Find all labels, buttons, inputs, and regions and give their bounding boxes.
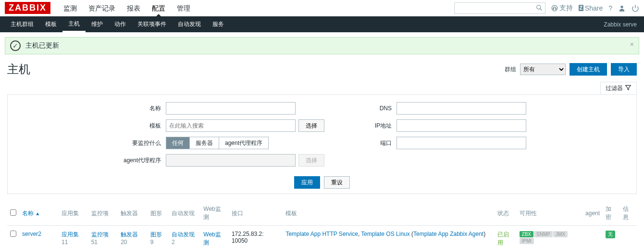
top-nav-item[interactable]: 管理 <box>171 0 196 16</box>
filter-actions: 应用 重设 <box>8 176 636 189</box>
group-select[interactable]: 所有 <box>520 64 566 75</box>
share-label: Share <box>585 4 603 12</box>
filter-icon <box>625 84 632 92</box>
share-link[interactable]: Z Share <box>579 4 603 12</box>
agent-select-button[interactable]: 选择 <box>298 154 324 167</box>
col-items: 监控项 <box>88 201 118 226</box>
message-text: 主机已更新 <box>25 41 59 50</box>
col-agent: agent <box>582 201 603 226</box>
col-apps: 应用集 <box>59 201 88 226</box>
sub-nav-item[interactable]: 动作 <box>109 16 132 32</box>
col-encryption: 加密 <box>603 201 620 226</box>
filter-col-left: 名称 模板 选择 要监控什么 任何服务器agent代理程序 agent代理程序 … <box>118 102 324 171</box>
close-icon[interactable]: × <box>630 40 634 48</box>
filter-panel: 名称 模板 选择 要监控什么 任何服务器agent代理程序 agent代理程序 … <box>7 94 637 194</box>
col-triggers: 触发器 <box>118 201 148 226</box>
cell-link[interactable]: 图形 <box>150 231 162 238</box>
top-nav-item[interactable]: 报表 <box>121 0 146 16</box>
template-label: 模板 <box>118 122 166 130</box>
server-name: Zabbix serve <box>604 21 639 28</box>
cell-link[interactable]: 应用集 <box>62 231 79 238</box>
header-right: 支持 Z Share ? <box>454 2 639 14</box>
top-nav-item[interactable]: 监测 <box>58 0 83 16</box>
filter-tab-row: 过滤器 <box>0 82 644 94</box>
search-wrap <box>454 2 545 14</box>
col-graphs: 图形 <box>148 201 169 226</box>
col-status: 状态 <box>495 201 517 226</box>
power-icon[interactable] <box>632 4 639 12</box>
top-header: ZABBIX 监测资产记录报表配置管理 支持 Z Share ? <box>0 0 644 16</box>
dns-label: DNS <box>348 105 396 112</box>
port-input[interactable] <box>396 137 526 149</box>
help-icon[interactable]: ? <box>608 4 612 12</box>
row-checkbox[interactable] <box>10 231 16 237</box>
filter-col-right: DNS IP地址 端口 <box>348 102 526 171</box>
cell-count: 51 <box>91 239 98 246</box>
cell-link[interactable]: 触发器 <box>121 231 138 238</box>
name-label: 名称 <box>118 104 166 113</box>
cell-count: 11 <box>62 239 68 246</box>
cell-count: 2 <box>172 239 175 246</box>
template-select-button[interactable]: 选择 <box>298 119 324 132</box>
sub-nav-item[interactable]: 关联项事件 <box>132 16 172 32</box>
sub-nav-items: 主机群组模板主机维护动作关联项事件自动发现服务 <box>5 16 230 32</box>
table-row: server2应用集 11监控项 51触发器 20图形 9自动发现 2Web监测… <box>7 226 637 246</box>
sub-nav-item[interactable]: 维护 <box>86 16 109 32</box>
templates-cell: Template App HTTP Service, Template OS L… <box>283 226 494 246</box>
sub-nav-item[interactable]: 自动发现 <box>172 16 207 32</box>
template-link[interactable]: Template App HTTP Service <box>285 231 358 237</box>
web-link[interactable]: Web监测 <box>203 231 221 246</box>
search-input[interactable] <box>454 2 545 14</box>
col-discovery: 自动发现 <box>169 201 200 226</box>
create-host-button[interactable]: 创建主机 <box>570 63 607 76</box>
monitor-option[interactable]: 任何 <box>166 137 189 149</box>
cell-link[interactable]: 监控项 <box>91 231 109 238</box>
agent-input[interactable] <box>166 154 296 167</box>
col-name[interactable]: 名称 ▲ <box>19 201 59 226</box>
table-body: server2应用集 11监控项 51触发器 20图形 9自动发现 2Web监测… <box>7 226 637 246</box>
agent-label: agent代理程序 <box>118 156 166 165</box>
template-input[interactable] <box>166 119 296 132</box>
filter-toggle[interactable]: 过滤器 <box>600 82 637 94</box>
select-all-checkbox[interactable] <box>10 209 16 216</box>
hosts-table: 名称 ▲ 应用集 监控项 触发器 图形 自动发现 Web监测 接口 模板 状态 … <box>7 201 637 246</box>
template-link[interactable]: Template OS Linux <box>361 231 409 237</box>
monitor-option[interactable]: 服务器 <box>189 137 219 149</box>
availability-tag: ZBX <box>520 231 533 237</box>
availability-tag: SNMP <box>534 231 553 237</box>
import-button[interactable]: 导入 <box>611 63 637 76</box>
filter-label: 过滤器 <box>606 84 623 92</box>
monitor-radio-group: 任何服务器agent代理程序 <box>166 137 269 149</box>
col-web: Web监测 <box>200 201 229 226</box>
sub-nav-item[interactable]: 模板 <box>39 16 62 32</box>
support-link[interactable]: 支持 <box>551 4 573 13</box>
status-link[interactable]: 已启用 <box>497 231 509 246</box>
host-link[interactable]: server2 <box>22 231 41 237</box>
table-wrap: 名称 ▲ 应用集 监控项 触发器 图形 自动发现 Web监测 接口 模板 状态 … <box>0 201 644 246</box>
cell-link[interactable]: 自动发现 <box>172 231 195 238</box>
reset-button[interactable]: 重设 <box>324 176 350 189</box>
top-nav-item[interactable]: 资产记录 <box>83 0 121 16</box>
col-templates: 模板 <box>283 201 494 226</box>
top-nav: 监测资产记录报表配置管理 <box>58 0 454 16</box>
ip-input[interactable] <box>396 119 526 132</box>
monitor-label: 要监控什么 <box>118 139 166 147</box>
svg-point-3 <box>620 5 623 8</box>
template-link[interactable]: Template App Zabbix Agent <box>413 231 483 237</box>
name-input[interactable] <box>166 102 296 115</box>
sort-asc-icon: ▲ <box>35 211 40 216</box>
user-icon[interactable] <box>618 4 626 12</box>
sub-nav: 主机群组模板主机维护动作关联项事件自动发现服务 Zabbix serve <box>0 16 644 32</box>
support-label: 支持 <box>559 4 573 13</box>
interface-cell: 172.25.83.2: 10050 <box>229 226 283 246</box>
top-nav-item[interactable]: 配置 <box>146 0 171 16</box>
sub-nav-item[interactable]: 服务 <box>207 16 230 32</box>
apply-button[interactable]: 应用 <box>294 176 320 189</box>
dns-input[interactable] <box>396 102 526 115</box>
monitor-option[interactable]: agent代理程序 <box>219 137 268 149</box>
cell-count: 9 <box>150 239 154 246</box>
svg-point-2 <box>552 5 557 11</box>
sub-nav-item[interactable]: 主机群组 <box>5 16 39 32</box>
sub-nav-item[interactable]: 主机 <box>62 16 86 32</box>
logo[interactable]: ZABBIX <box>5 2 50 14</box>
